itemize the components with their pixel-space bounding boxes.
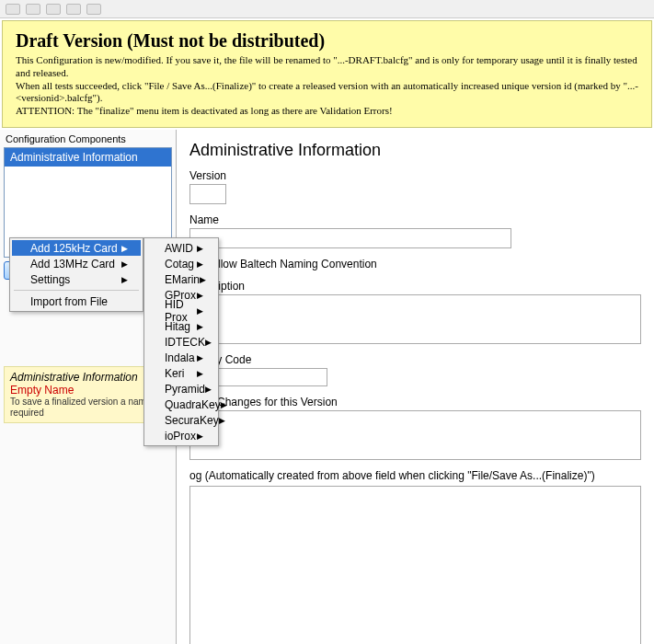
submenu-indala[interactable]: Indala▶	[146, 350, 216, 365]
submenu-hidprox[interactable]: HID Prox▶	[146, 303, 216, 318]
version-label: Version	[189, 169, 641, 182]
chevron-right-icon: ▶	[197, 369, 203, 378]
menu-label: ioProx	[165, 430, 196, 443]
toolbar-icon[interactable]	[46, 4, 61, 15]
toolbar-icon[interactable]	[26, 4, 40, 15]
chevron-right-icon: ▶	[121, 259, 128, 269]
submenu-awid[interactable]: AWID▶	[146, 240, 216, 256]
submenu-securakey[interactable]: SecuraKey▶	[146, 412, 216, 428]
menu-separator	[14, 290, 139, 291]
chevron-right-icon: ▶	[121, 244, 128, 253]
chevron-right-icon: ▶	[197, 291, 203, 300]
menu-label: EMarin	[165, 273, 200, 286]
chevron-right-icon: ▶	[197, 244, 203, 253]
validation-warning: Empty Name	[10, 384, 166, 397]
card-type-submenu[interactable]: AWID▶ Cotag▶ EMarin▶ GProx▶ HID Prox▶ Hi…	[143, 237, 219, 446]
menu-label: Cotag	[165, 258, 194, 270]
chevron-right-icon: ▶	[197, 322, 203, 331]
menu-label: Settings	[30, 273, 70, 286]
description-label: Description	[189, 280, 641, 293]
description-input[interactable]	[189, 294, 641, 344]
validation-title: Administrative Information	[10, 371, 166, 384]
changes-input[interactable]	[189, 410, 641, 460]
submenu-pyramid[interactable]: Pyramid▶	[146, 381, 216, 397]
draft-banner: Draft Version (Must not be distributed) …	[2, 20, 652, 128]
menu-label: Hitag	[165, 320, 190, 333]
banner-line: ATTENTION: The "finalize" menu item is d…	[16, 105, 638, 118]
toolbar	[0, 0, 654, 18]
component-item-admin-info[interactable]: Administrative Information	[5, 148, 171, 167]
submenu-hitag[interactable]: Hitag▶	[146, 318, 216, 334]
sidebar-title: Configuration Components	[4, 132, 172, 147]
chevron-right-icon: ▶	[121, 275, 128, 284]
submenu-quadrakey[interactable]: QuadraKey▶	[146, 397, 216, 412]
page-title: Administrative Information	[189, 141, 641, 160]
menu-label: AWID	[165, 242, 193, 255]
menu-import-from-file[interactable]: Import from File	[12, 293, 141, 309]
menu-label: Keri	[165, 367, 184, 380]
banner-line: This Configuration is new/modified. If y…	[16, 54, 638, 80]
security-code-label: ecurity Code	[189, 353, 641, 366]
menu-label: IDTECK	[165, 336, 205, 349]
menu-label: Indala	[165, 351, 195, 364]
menu-label: Import from File	[30, 295, 108, 308]
chevron-right-icon: ▶	[219, 416, 225, 425]
chevron-right-icon: ▶	[197, 353, 203, 362]
name-input[interactable]	[189, 228, 511, 248]
chevron-right-icon: ▶	[221, 400, 227, 409]
version-input[interactable]	[189, 184, 226, 204]
chevron-right-icon: ▶	[205, 338, 212, 347]
menu-label: Add 125kHz Card	[30, 242, 118, 255]
history-box	[189, 486, 641, 644]
menu-label: SecuraKey	[165, 414, 219, 427]
chevron-right-icon: ▶	[197, 306, 203, 316]
changes-label: on of Changes for this Version	[189, 396, 641, 408]
submenu-keri[interactable]: Keri▶	[146, 365, 216, 381]
banner-title: Draft Version (Must not be distributed)	[16, 30, 638, 52]
menu-add-13mhz[interactable]: Add 13MHz Card ▶	[12, 256, 141, 271]
submenu-ioprox[interactable]: ioProx▶	[146, 428, 216, 443]
submenu-idteck[interactable]: IDTECK▶	[146, 334, 216, 350]
menu-label: Pyramid	[165, 383, 205, 396]
chevron-right-icon: ▶	[197, 431, 203, 441]
toolbar-icon[interactable]	[86, 4, 101, 15]
menu-label: QuadraKey	[165, 398, 221, 411]
main-panel: Administrative Information Version Name …	[177, 130, 654, 644]
menu-settings[interactable]: Settings ▶	[12, 271, 141, 287]
chevron-right-icon: ▶	[197, 259, 203, 269]
chevron-right-icon: ▶	[205, 385, 212, 394]
submenu-cotag[interactable]: Cotag▶	[146, 256, 216, 271]
extend-menu[interactable]: Add 125kHz Card ▶ Add 13MHz Card ▶ Setti…	[9, 237, 143, 312]
follow-naming-label: Follow Baltech Naming Convention	[205, 258, 377, 270]
menu-label: Add 13MHz Card	[30, 258, 115, 270]
toolbar-icon[interactable]	[6, 4, 20, 15]
submenu-emarin[interactable]: EMarin▶	[146, 271, 216, 287]
chevron-right-icon: ▶	[200, 275, 206, 284]
name-label: Name	[189, 213, 641, 226]
validation-body: To save a finalized version a name is re…	[10, 397, 166, 419]
menu-add-125khz[interactable]: Add 125kHz Card ▶	[12, 240, 141, 256]
toolbar-icon[interactable]	[66, 4, 81, 15]
history-label: og (Automatically created from above fie…	[189, 469, 641, 482]
banner-line: When all tests succeeded, click "File / …	[16, 80, 638, 106]
